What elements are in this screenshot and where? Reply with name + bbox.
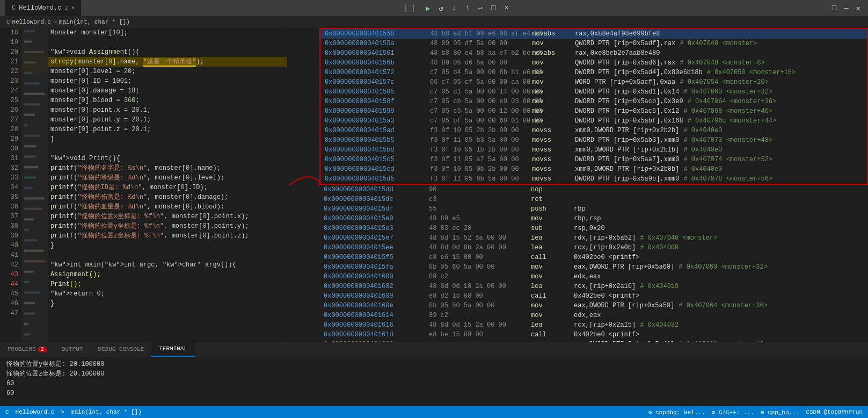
disasm-row[interactable]: 0x00000000004015bdf3 0f 10 05 1b 2b 00 0…	[320, 145, 867, 155]
code-line[interactable]: monster[0].level = 20;	[48, 67, 287, 76]
disasm-row[interactable]: 0x000000000040156148 b8 80 e4 b8 aa e7 b…	[320, 48, 867, 58]
code-line[interactable]: "kw">void Print(){	[48, 154, 287, 163]
disasm-row[interactable]: 0x00000000004015e048 89 e5movrbp,rsp	[319, 214, 868, 224]
disasm-row[interactable]: 0x00000000004015d5f3 0f 11 05 9b 5a 00 0…	[320, 174, 867, 184]
line-number: 34	[3, 183, 18, 192]
code-line[interactable]: "kw">int main("kw">int argc, "kw">char* …	[48, 260, 287, 270]
code-line[interactable]	[48, 250, 287, 260]
status-function[interactable]: main(int, char * [])	[71, 409, 142, 415]
disasm-row[interactable]: 0x000000000040155a48 89 05 df 5a 00 00mo…	[320, 39, 867, 48]
disasm-row[interactable]: 0x00000000004015ee48 8d 0d 0b 2a 00 00le…	[319, 243, 868, 253]
grid-icon[interactable]: ⋮⋮	[400, 3, 419, 14]
disasm-bytes: 48 8d 0d 0b 2a 00 00	[427, 243, 529, 253]
stop-icon[interactable]: □	[489, 3, 498, 13]
code-line[interactable]: monster[0].point.z = 20.1;	[48, 125, 287, 134]
code-line[interactable]: printf("怪物的伤害是: %d\n", monster[0].damage…	[48, 192, 287, 202]
disasm-address: 0x00000000004015cd	[320, 164, 428, 174]
disasm-row[interactable]: 0x000000000040160e8b 05 50 5a 00 00movea…	[319, 301, 868, 311]
tab-output[interactable]: OUTPUT	[54, 342, 91, 357]
tab-terminal[interactable]: TERMINAL	[151, 342, 195, 357]
line-number: 25	[3, 96, 18, 105]
minimize-icon[interactable]: —	[842, 3, 850, 14]
editor-tab[interactable]: C HelloWord.c 2 ×	[5, 0, 81, 16]
close-debug-icon[interactable]: ×	[502, 3, 510, 13]
disasm-row[interactable]: 0x00000000004015a3c7 05 bf 5a 00 00 68 0…	[320, 116, 867, 126]
code-line[interactable]: Assignment();	[48, 270, 287, 279]
disasm-row[interactable]: 0x00000000004015e748 8d 15 52 5a 00 00le…	[319, 233, 868, 243]
disasm-row[interactable]: 0x00000000004015adf3 0f 10 05 2b 2b 00 0…	[320, 126, 867, 135]
disasm-row[interactable]: 0x000000000040161648 8d 0d 15 2a 00 00le…	[319, 320, 868, 330]
status-cpp-build[interactable]: ⚙ cpp_bu...	[761, 409, 800, 416]
status-file[interactable]: HelloWord.c	[16, 409, 55, 415]
disasm-row[interactable]: 0x00000000004015dec3ret	[319, 194, 868, 204]
tab-problems[interactable]: PROBLEMS 2	[0, 342, 54, 357]
disasm-row[interactable]: 0x000000000040157c66 c7 05 cf 5a 00 00 a…	[320, 77, 867, 87]
disasm-row[interactable]: 0x0000000000401572c7 05 d4 5a 00 00 8b b…	[320, 68, 867, 77]
disasm-operands: rbp	[572, 204, 868, 214]
code-line[interactable]	[48, 38, 287, 47]
code-line[interactable]: printf("怪物的名字是: %s\n", monster[0].name);	[48, 163, 287, 173]
code-line[interactable]: }	[48, 134, 287, 144]
red-arrow-svg	[287, 171, 319, 198]
disasm-row[interactable]: 0x00000000004015df55pushrbp	[319, 204, 868, 214]
code-line[interactable]: "kw">return 0;	[48, 289, 287, 299]
play-icon[interactable]: ▶	[424, 3, 432, 14]
disasm-comment: # 0x407074 <monster+52>	[679, 156, 772, 163]
step-into-icon[interactable]: ↑	[463, 3, 471, 13]
breadcrumb-file[interactable]: HelloWord.c	[12, 19, 52, 25]
code-lines[interactable]: Monster monster[10]; "kw">void Assignmen…	[48, 28, 287, 342]
disasm-row[interactable]: 0x000000000040155048 b8 e8 bf 99 e6 98 a…	[320, 29, 867, 39]
code-line[interactable]: }	[48, 241, 287, 250]
disasm-row[interactable]: 0x000000000040160248 8d 0d 10 2a 00 00le…	[319, 282, 868, 291]
disasm-row[interactable]: 0x00000000004015cdf3 0f 10 05 0b 2b 00 0…	[320, 164, 867, 174]
split-icon[interactable]: □	[830, 3, 838, 14]
code-line[interactable]: "kw">void Assignment(){	[48, 47, 287, 57]
code-line[interactable]: printf("怪物的位置z坐标是: %f\n", monster[0].poi…	[48, 231, 287, 241]
line-number: 30	[3, 144, 18, 154]
disasm-row[interactable]: 0x0000000000401585c7 05 d1 5a 00 00 14 0…	[320, 87, 867, 97]
status-cpp[interactable]: ⚙ C/C++: ...	[712, 409, 754, 416]
disasm-row[interactable]: 0x00000000004015f5e8 e6 15 00 00call0x40…	[319, 253, 868, 262]
tab-debug-console[interactable]: DEBUG CONSOLE	[90, 342, 151, 357]
code-line[interactable]: printf("怪物的位置x坐标是: %f\n", monster[0].poi…	[48, 212, 287, 221]
disasm-row[interactable]: 0x000000000040158fc7 05 cb 5a 00 00 e9 0…	[320, 97, 867, 106]
disasm-row[interactable]: 0x00000000004015c5f3 0f 11 05 a7 5a 00 0…	[320, 155, 867, 164]
code-line[interactable]: monster[0].point.x = 20.1;	[48, 105, 287, 115]
code-line[interactable]: printf("怪物的等级是: %d\n", monster[0].level)…	[48, 173, 287, 183]
code-line[interactable]: printf("怪物的血量是: %d\n", monster[0].blood)…	[48, 202, 287, 212]
code-line[interactable]: Print();	[48, 279, 287, 289]
code-line[interactable]	[48, 144, 287, 154]
step-out-icon[interactable]: ↩	[476, 3, 485, 14]
disasm-row[interactable]: 0x00000000004015dd90nop	[319, 185, 868, 194]
disasm-row[interactable]: 0x00000000004015b5f3 0f 11 05 b3 5a 00 0…	[320, 135, 867, 145]
step-over-icon[interactable]: ↓	[450, 3, 458, 13]
code-line[interactable]: monster[0].point.y = 20.1;	[48, 115, 287, 125]
disasm-table[interactable]: 0x000000000040155048 b8 e8 bf 99 e6 98 a…	[319, 28, 868, 342]
disasm-row[interactable]: 0x000000000040160089 c2movedx,eax	[319, 272, 868, 282]
disasm-operands: 0x402be0 <printf>	[572, 253, 868, 262]
breadcrumb-function[interactable]: main(int, char * [])	[59, 19, 130, 25]
code-line[interactable]: printf("怪物的ID是: %d\n", monster[0].ID);	[48, 183, 287, 192]
code-line[interactable]	[48, 308, 287, 318]
tab-close[interactable]: ×	[71, 5, 75, 11]
code-line[interactable]: monster[0].damage = 18;	[48, 86, 287, 96]
code-line[interactable]: }	[48, 299, 287, 308]
restart-icon[interactable]: ↺	[436, 3, 445, 14]
code-line[interactable]: printf("怪物的位置y坐标是: %f\n", monster[0].poi…	[48, 221, 287, 231]
disasm-operands: DWORD PTR [rip+0x5acb],0x3e9# 0x407064 <…	[573, 97, 867, 106]
disasm-row[interactable]: 0x000000000040161de8 be 15 00 00call0x40…	[319, 330, 868, 340]
code-line[interactable]: strcpy(monster[0].name, "这是一个精英怪");	[48, 57, 287, 67]
disasm-row[interactable]: 0x0000000000401609e8 d2 15 00 00call0x40…	[319, 291, 868, 301]
code-line[interactable]: monster[0].blood = 360;	[48, 96, 287, 105]
disasm-row[interactable]: 0x0000000000401599c7 05 c5 5a 00 00 12 0…	[320, 106, 867, 116]
disasm-row[interactable]: 0x00000000004015fa8b 05 60 5a 00 00movea…	[319, 262, 868, 272]
disasm-row[interactable]: 0x000000000040161489 c2movedx,eax	[319, 311, 868, 320]
disasm-row[interactable]: 0x000000000040156b48 89 05 d6 5a 00 00mo…	[320, 58, 867, 68]
disasm-address: 0x00000000004015c5	[320, 155, 428, 164]
disasm-operands: DWORD PTR [rip+0x5aa7],xmm0# 0x407074 <m…	[573, 155, 867, 164]
disasm-row[interactable]: 0x00000000004015e348 83 ec 20subrsp,0x20	[319, 224, 868, 233]
code-line[interactable]: Monster monster[10];	[48, 28, 287, 38]
close-window-icon[interactable]: ✕	[854, 3, 863, 14]
status-debugger[interactable]: ⚙ cppdbg: Hel...	[648, 409, 705, 416]
code-line[interactable]: monster[0].ID = 1001;	[48, 76, 287, 86]
